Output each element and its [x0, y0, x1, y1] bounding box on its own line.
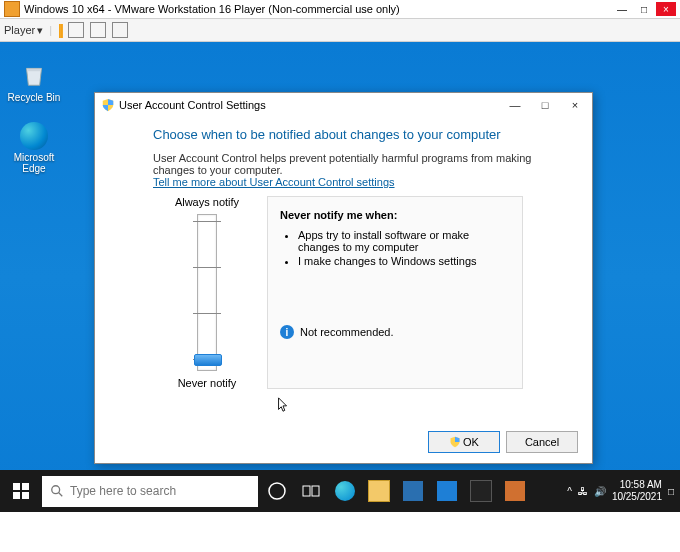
taskbar-clock[interactable]: 10:58 AM 10/25/2021: [612, 479, 662, 503]
taskbar: Type here to search ^ 🖧 🔊 10:58 AM 10/25…: [0, 470, 680, 512]
svg-line-5: [59, 493, 63, 497]
svg-point-6: [269, 483, 285, 499]
uac-slider[interactable]: [197, 214, 217, 371]
app-taskbar-icon[interactable]: [498, 470, 532, 512]
shield-icon: [101, 98, 115, 112]
cortana-icon[interactable]: [260, 470, 294, 512]
toolbar-fullscreen-icon[interactable]: [90, 22, 106, 38]
toolbar-send-keys-icon[interactable]: [68, 22, 84, 38]
toolbar-unity-icon[interactable]: [112, 22, 128, 38]
uac-close[interactable]: ×: [562, 96, 588, 114]
player-menu[interactable]: Player ▾: [4, 24, 43, 37]
mouse-cursor-icon: [277, 397, 289, 413]
uac-description: User Account Control helps prevent poten…: [153, 152, 562, 176]
vmware-close[interactable]: ×: [656, 2, 676, 16]
info-icon: i: [280, 325, 294, 339]
uac-window: User Account Control Settings — □ × Choo…: [94, 92, 593, 464]
uac-maximize[interactable]: □: [532, 96, 558, 114]
mail-taskbar-icon[interactable]: [430, 470, 464, 512]
slider-label-bottom: Never notify: [167, 377, 247, 389]
vmware-maximize[interactable]: □: [634, 2, 654, 16]
slider-thumb[interactable]: [194, 354, 222, 366]
ok-button[interactable]: OK: [428, 431, 500, 453]
start-button[interactable]: [0, 470, 42, 512]
uac-learn-more-link[interactable]: Tell me more about User Account Control …: [153, 176, 395, 188]
vmware-window-controls: — □ ×: [612, 2, 676, 16]
tray-network-icon[interactable]: 🖧: [578, 486, 588, 497]
notifications-icon[interactable]: □: [668, 486, 674, 497]
task-view-icon[interactable]: [294, 470, 328, 512]
svg-rect-0: [13, 483, 20, 490]
svg-rect-1: [22, 483, 29, 490]
vmware-minimize[interactable]: —: [612, 2, 632, 16]
search-input[interactable]: Type here to search: [42, 476, 258, 507]
cancel-button[interactable]: Cancel: [506, 431, 578, 453]
info-title: Never notify me when:: [280, 209, 397, 221]
edge-icon[interactable]: Microsoft Edge: [4, 122, 64, 174]
not-recommended-text: Not recommended.: [300, 326, 394, 338]
tray-sound-icon[interactable]: 🔊: [594, 486, 606, 497]
uac-titlebar[interactable]: User Account Control Settings — □ ×: [95, 93, 592, 117]
uac-minimize[interactable]: —: [502, 96, 528, 114]
search-icon: [50, 484, 64, 498]
cmd-taskbar-icon[interactable]: [464, 470, 498, 512]
store-taskbar-icon[interactable]: [396, 470, 430, 512]
guest-desktop[interactable]: Recycle Bin Microsoft Edge User Account …: [0, 42, 680, 512]
vmware-toolbar: Player ▾ | ||: [0, 19, 680, 42]
recycle-bin-icon[interactable]: Recycle Bin: [4, 58, 64, 103]
pause-icon[interactable]: ||: [58, 22, 62, 38]
shield-icon: [449, 436, 461, 448]
uac-info-panel: Never notify me when: Apps try to instal…: [267, 196, 523, 389]
edge-taskbar-icon[interactable]: [328, 470, 362, 512]
slider-label-top: Always notify: [167, 196, 247, 208]
svg-rect-7: [303, 486, 310, 496]
uac-heading: Choose when to be notified about changes…: [153, 127, 562, 142]
search-placeholder: Type here to search: [70, 484, 176, 498]
uac-title-text: User Account Control Settings: [119, 99, 266, 111]
vmware-title-text: Windows 10 x64 - VMware Workstation 16 P…: [24, 3, 400, 15]
svg-rect-8: [312, 486, 319, 496]
tray-chevron-icon[interactable]: ^: [567, 486, 572, 497]
info-bullet-2: I make changes to Windows settings: [298, 255, 510, 267]
edge-label: Microsoft Edge: [4, 152, 64, 174]
vmware-titlebar: Windows 10 x64 - VMware Workstation 16 P…: [0, 0, 680, 19]
system-tray: ^ 🖧 🔊 10:58 AM 10/25/2021 □: [567, 479, 680, 503]
info-bullet-1: Apps try to install software or make cha…: [298, 229, 510, 253]
svg-rect-3: [22, 492, 29, 499]
explorer-taskbar-icon[interactable]: [362, 470, 396, 512]
svg-point-4: [52, 486, 60, 494]
vmware-icon: [4, 1, 20, 17]
recycle-bin-label: Recycle Bin: [4, 92, 64, 103]
svg-rect-2: [13, 492, 20, 499]
